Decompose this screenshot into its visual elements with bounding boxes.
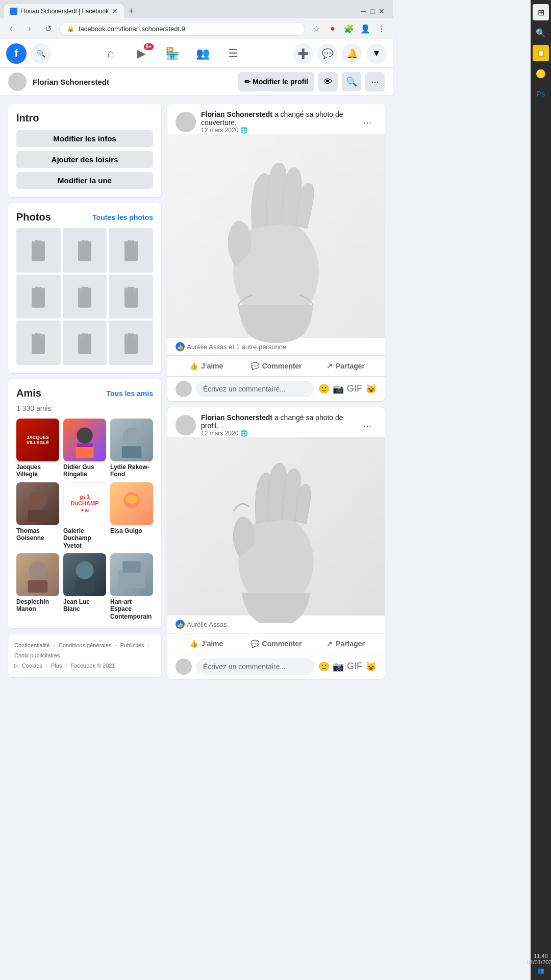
browser-profile-btn[interactable]: 👤 <box>358 21 372 36</box>
friends-grid: JACQUESVILLEGLÉ Jacques Villeglé Didier … <box>16 419 153 620</box>
window-minimize[interactable]: ─ <box>361 7 366 15</box>
gif-btn[interactable]: GIF <box>347 383 362 395</box>
svg-point-48 <box>123 428 141 446</box>
edit-profile-btn[interactable]: ✏ Modifier le profil <box>238 72 314 91</box>
like-btn-1[interactable]: 👍 J'aime <box>171 358 241 374</box>
svg-rect-13 <box>131 241 134 248</box>
photo-thumb[interactable] <box>16 275 61 319</box>
preview-profile-btn[interactable]: 👁 <box>318 72 338 91</box>
friend-item[interactable]: JACQUESVILLEGLÉ Jacques Villeglé <box>16 419 59 478</box>
fb-logo[interactable]: f <box>6 43 27 64</box>
tab-favicon <box>10 8 17 15</box>
svg-rect-0 <box>32 246 45 261</box>
like-btn-2[interactable]: 👍 J'aime <box>171 635 241 652</box>
all-photos-link[interactable]: Toutes les photos <box>92 213 153 222</box>
photo-thumb[interactable] <box>109 228 153 273</box>
comment-input-1[interactable]: Écrivez un commentaire... <box>196 381 314 397</box>
back-btn[interactable]: ‹ <box>4 21 18 36</box>
emoji-btn[interactable]: 🙂 <box>318 383 330 395</box>
friend-item[interactable]: Lydie Rekow-Fond <box>110 419 153 478</box>
forward-btn[interactable]: › <box>22 21 37 36</box>
edit-info-btn[interactable]: Modifier les infos <box>16 130 153 147</box>
comment-btn-2[interactable]: 💬 Commenter <box>241 635 311 652</box>
tab-close-btn[interactable]: ✕ <box>112 7 118 15</box>
photo-thumb[interactable] <box>16 228 61 273</box>
svg-rect-29 <box>134 288 137 294</box>
footer-link[interactable]: Conditions générales <box>59 642 111 648</box>
nav-menu[interactable]: ☰ <box>219 41 247 66</box>
opera-icon[interactable]: ● <box>325 21 340 36</box>
edit-cover-btn[interactable]: Modifier la une <box>16 172 153 189</box>
footer-link[interactable]: Publicités <box>120 642 144 648</box>
bookmark-btn[interactable]: ☆ <box>309 21 323 36</box>
active-tab[interactable]: Florian Schonerstedt | Facebook ✕ <box>4 4 124 18</box>
photo-thumb[interactable] <box>109 321 153 365</box>
nav-groups[interactable]: 👥 <box>188 41 217 66</box>
footer-link[interactable]: Choix publicitaires <box>14 652 60 658</box>
comment-btn-1[interactable]: 💬 Commenter <box>241 358 311 374</box>
footer-link[interactable]: Plus <box>51 663 62 669</box>
gif-btn-2[interactable]: GIF <box>347 661 362 672</box>
photos-title: Photos <box>16 211 51 223</box>
friend-photo-hanart <box>110 553 153 596</box>
post-more-btn-1[interactable]: ··· <box>358 113 377 131</box>
nav-video[interactable]: ▶ 9+ <box>127 41 156 66</box>
svg-point-54 <box>29 561 47 579</box>
share-btn-1[interactable]: ↗ Partager <box>311 358 381 374</box>
friend-name-galerie: Galerie Duchamp Yvetot <box>63 527 106 549</box>
svg-rect-26 <box>124 288 128 295</box>
friend-item[interactable]: Jean Luc Blanc <box>63 553 106 620</box>
search-profile-btn[interactable]: 🔍 <box>342 72 361 91</box>
browser-menu-btn[interactable]: ⋮ <box>374 21 389 36</box>
menu-icon: ☰ <box>228 47 238 60</box>
footer-link[interactable]: Cookies <box>22 663 42 669</box>
friend-item[interactable]: Han-art Espace Contemporain <box>110 553 153 620</box>
account-menu-btn[interactable]: ▼ <box>366 43 387 64</box>
svg-rect-41 <box>124 334 128 340</box>
post-more-btn-2[interactable]: ··· <box>358 416 377 434</box>
comment-input-2[interactable]: Écrivez un commentaire... <box>196 658 314 675</box>
add-leisure-btn[interactable]: Ajouter des loisirs <box>16 151 153 168</box>
friend-item[interactable]: Didier Gus Ringalle <box>63 419 106 478</box>
new-tab-btn[interactable]: + <box>124 4 138 18</box>
photo-thumb[interactable] <box>63 321 107 365</box>
share-btn-2[interactable]: ↗ Partager <box>311 635 381 652</box>
friend-item[interactable]: Elsa Guigo <box>110 482 153 549</box>
photo-thumb[interactable] <box>16 321 61 365</box>
url-box[interactable]: 🔒 facebook.com/florian.schonerstedt.9 <box>59 22 305 36</box>
nav-home[interactable]: ⌂ <box>96 41 125 66</box>
photo-btn[interactable]: 📷 <box>333 383 344 395</box>
friend-item[interactable]: Thomas Golsenne <box>16 482 59 549</box>
footer-link[interactable]: ▷ <box>14 663 18 669</box>
svg-rect-15 <box>32 292 45 307</box>
svg-rect-44 <box>134 334 137 340</box>
extensions-btn[interactable]: 🧩 <box>342 21 356 36</box>
friend-name-desplechin: Desplechin Manon <box>16 598 59 613</box>
messenger-btn[interactable]: 💬 <box>317 43 338 64</box>
footer-link[interactable]: Confidentialité <box>14 642 50 648</box>
svg-rect-4 <box>42 241 45 248</box>
search-btn[interactable]: 🔍 <box>31 43 51 64</box>
browser-right-icons: ☆ ● 🧩 👤 ⋮ <box>309 21 389 36</box>
photo-thumb[interactable] <box>63 228 107 273</box>
friend-item[interactable]: g₁ 1DuCHAMP✦ie Galerie Duchamp Yvetot <box>63 482 106 549</box>
emoji-btn-2[interactable]: 🙂 <box>318 661 330 672</box>
photo-thumb[interactable] <box>63 275 107 319</box>
more-profile-btn[interactable]: ··· <box>365 72 385 91</box>
window-close[interactable]: ✕ <box>379 7 385 15</box>
create-btn[interactable]: ➕ <box>293 43 313 64</box>
photo-btn-2[interactable]: 📷 <box>333 661 344 672</box>
photo-thumb[interactable] <box>109 275 153 319</box>
nav-store[interactable]: 🏪 <box>158 41 186 66</box>
svg-rect-3 <box>38 241 41 248</box>
friend-name-elsa: Elsa Guigo <box>110 527 153 534</box>
window-maximize[interactable]: □ <box>370 7 374 15</box>
all-friends-link[interactable]: Tous les amis <box>106 389 153 398</box>
svg-rect-10 <box>124 246 138 261</box>
friend-name-jacques: Jacques Villeglé <box>16 463 59 478</box>
reload-btn[interactable]: ↺ <box>41 21 55 36</box>
sticker-btn[interactable]: 😺 <box>365 383 377 395</box>
friend-item[interactable]: Desplechin Manon <box>16 553 59 620</box>
notifications-btn[interactable]: 🔔 <box>342 43 362 64</box>
sticker-btn-2[interactable]: 😺 <box>365 661 377 672</box>
